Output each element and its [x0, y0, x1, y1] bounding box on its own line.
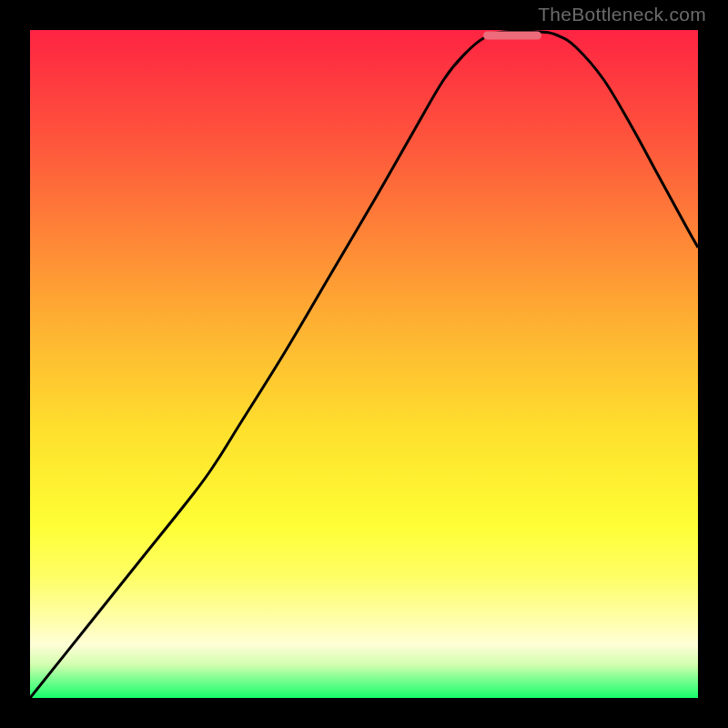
chart-svg — [30, 30, 698, 698]
chart-container: TheBottleneck.com — [0, 0, 728, 728]
plot-area — [30, 30, 698, 698]
bottleneck-curve — [30, 31, 698, 698]
watermark-text: TheBottleneck.com — [538, 4, 706, 25]
optimum-band-group — [483, 32, 541, 40]
optimum-band — [483, 32, 541, 40]
curve-group — [30, 31, 698, 698]
